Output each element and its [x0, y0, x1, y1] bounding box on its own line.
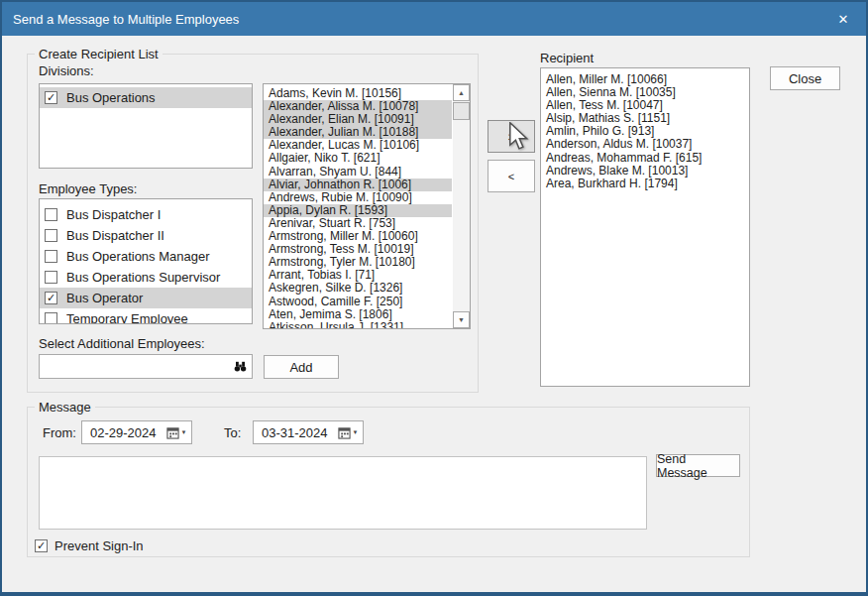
employee-type-item[interactable]: Bus Operations Manager [40, 246, 252, 267]
add-button[interactable]: Add [264, 355, 339, 379]
additional-employees-label: Select Additional Employees: [39, 336, 205, 351]
divisions-label: Divisions: [39, 63, 94, 78]
employee-type-item[interactable]: ✓Bus Operator [40, 288, 252, 308]
scroll-down-icon[interactable]: ▼ [453, 311, 470, 328]
calendar-icon [166, 426, 179, 439]
scroll-up-icon[interactable]: ▲ [453, 84, 470, 101]
recipient-item[interactable]: Andreas, Mohammad F. [615] [541, 152, 749, 165]
employee-item[interactable]: Askegren, Silke D. [1326] [264, 282, 452, 295]
item-label: Bus Dispatcher I [66, 207, 161, 222]
recipient-item[interactable]: Anderson, Aldus M. [10037] [541, 138, 749, 151]
checkbox[interactable]: ✓ [45, 292, 57, 304]
prevent-signin-label: Prevent Sign-In [54, 538, 144, 553]
close-icon[interactable]: ✕ [820, 2, 866, 36]
scrollbar-thumb[interactable] [453, 102, 470, 120]
send-message-dialog: Send a Message to Multiple Employees ✕ C… [0, 0, 868, 596]
titlebar: Send a Message to Multiple Employees ✕ [2, 2, 866, 36]
recipient-item[interactable]: Allen, Tess M. [10047] [541, 99, 749, 112]
calendar-icon [338, 426, 351, 439]
employee-item[interactable]: Atkisson, Ursula J. [1331] [264, 321, 452, 329]
recipient-item[interactable]: Area, Burkhard H. [1794] [541, 178, 749, 190]
search-input[interactable] [40, 355, 228, 378]
employee-types-listbox[interactable]: Bus Dispatcher IBus Dispatcher IIBus Ope… [39, 198, 253, 324]
item-label: Bus Operations Supervisor [66, 270, 220, 285]
employee-type-item[interactable]: Bus Dispatcher II [40, 225, 252, 246]
employee-type-item[interactable]: Bus Dispatcher I [40, 204, 252, 225]
group-label: Message [35, 400, 95, 415]
recipient-listbox[interactable]: Allen, Miller M. [10066]Allen, Sienna M.… [540, 67, 750, 387]
find-icon[interactable] [228, 359, 252, 374]
employees-listbox[interactable]: Adams, Kevin M. [10156]Alexander, Alissa… [263, 83, 471, 329]
employee-item[interactable]: Astwood, Camille F. [250] [264, 296, 452, 308]
from-date-dropdown[interactable]: ▼ [162, 421, 191, 443]
employee-item[interactable]: Adams, Kevin M. [10156] [264, 87, 452, 100]
employee-item[interactable]: Armstrong, Miller M. [10060] [264, 230, 452, 243]
prevent-signin-option[interactable]: ✓ Prevent Sign-In [35, 538, 144, 553]
employee-item[interactable]: Alexander, Lucas M. [10106] [264, 139, 452, 152]
send-message-button[interactable]: Send Message [656, 454, 740, 477]
item-label: Bus Dispatcher II [66, 228, 164, 243]
employee-item[interactable]: Alexander, Alissa M. [10078] [264, 100, 452, 113]
employee-item[interactable]: Arenivar, Stuart R. [753] [264, 217, 452, 230]
division-item[interactable]: ✓Bus Operations [40, 87, 252, 108]
employee-types-label: Employee Types: [39, 181, 137, 196]
employee-item[interactable]: Armstrong, Tess M. [10019] [264, 243, 452, 256]
remove-from-recipients-button[interactable]: < [488, 160, 535, 192]
employees-scrollbar[interactable]: ▲ ▼ [453, 84, 470, 328]
item-label: Bus Operations [66, 90, 156, 105]
recipient-item[interactable]: Amlin, Philo G. [913] [541, 125, 749, 138]
recipient-item[interactable]: Alsip, Mathias S. [1151] [541, 112, 749, 125]
employee-type-item[interactable]: Temporary Employee [40, 308, 252, 324]
employee-item[interactable]: Alexander, Julian M. [10188] [264, 126, 452, 139]
employee-item[interactable]: Armstrong, Tyler M. [10180] [264, 256, 452, 269]
to-date-value[interactable]: 03-31-2024 [254, 425, 333, 440]
item-label: Bus Operations Manager [66, 249, 210, 264]
recipient-item[interactable]: Allen, Miller M. [10066] [541, 73, 749, 86]
checkbox[interactable] [45, 208, 57, 221]
employee-item[interactable]: Alexander, Elian M. [10091] [264, 113, 452, 126]
employee-type-item[interactable]: Bus Operations Supervisor [40, 267, 252, 288]
to-date-picker[interactable]: 03-31-2024 ▼ [253, 420, 364, 444]
chevron-down-icon: ▼ [353, 429, 359, 435]
divisions-listbox[interactable]: ✓Bus Operations [39, 83, 253, 169]
employee-item[interactable]: Aten, Jemima S. [1806] [264, 308, 452, 321]
window-title: Send a Message to Multiple Employees [13, 12, 239, 27]
checkbox[interactable] [45, 229, 57, 242]
checkbox[interactable]: ✓ [45, 91, 57, 104]
employee-item[interactable]: Allgaier, Niko T. [621] [264, 152, 452, 165]
item-label: Temporary Employee [66, 311, 188, 324]
to-label: To: [224, 425, 241, 440]
to-date-dropdown[interactable]: ▼ [333, 421, 363, 443]
prevent-signin-checkbox[interactable]: ✓ [35, 539, 48, 552]
chevron-down-icon: ▼ [181, 429, 187, 435]
group-label: Create Recipient List [35, 47, 163, 61]
checkbox[interactable] [45, 250, 57, 263]
from-date-value[interactable]: 02-29-2024 [82, 425, 162, 440]
employee-item[interactable]: Alvarran, Shyam U. [844] [264, 166, 452, 179]
checkbox[interactable] [45, 271, 57, 284]
recipient-item[interactable]: Andrews, Blake M. [10013] [541, 165, 749, 178]
additional-employee-search[interactable] [39, 354, 253, 379]
recipient-item[interactable]: Allen, Sienna M. [10035] [541, 86, 749, 99]
checkbox[interactable] [45, 312, 57, 324]
employee-item[interactable]: Appia, Dylan R. [1593] [264, 204, 452, 217]
from-date-picker[interactable]: 02-29-2024 ▼ [81, 420, 192, 444]
employee-item[interactable]: Arrant, Tobias I. [71] [264, 269, 452, 282]
message-body-input[interactable] [39, 456, 647, 530]
close-button[interactable]: Close [770, 66, 840, 90]
recipient-label: Recipient [540, 51, 594, 65]
from-label: From: [43, 425, 76, 440]
add-to-recipients-button[interactable]: > [488, 120, 535, 153]
employee-item[interactable]: Andrews, Rubie M. [10090] [264, 191, 452, 204]
employee-item[interactable]: Alviar, Johnathon R. [1006] [264, 179, 452, 191]
item-label: Bus Operator [66, 291, 143, 305]
